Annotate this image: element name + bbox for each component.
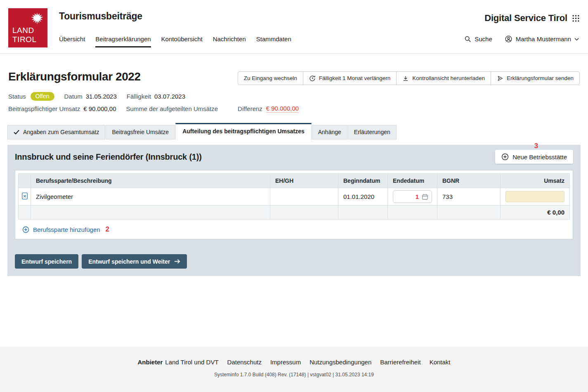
add-berufssparte-row: Berufssparte hinzufügen 2 <box>18 220 570 239</box>
check-icon <box>14 130 19 135</box>
footer-link-datenschutz[interactable]: Datenschutz <box>227 359 262 366</box>
col-actions <box>19 174 31 188</box>
tab-label: Aufteilung des beitragspflichtigen Umsat… <box>182 128 305 135</box>
logo-text: LAND TIROL <box>12 26 36 44</box>
switch-to-inbox-button[interactable]: Zu Eingang wechseln <box>238 71 303 85</box>
status-row: Status Offen Datum 31.05.2023 Fälligkeit… <box>0 85 588 101</box>
datum-label: Datum <box>64 93 83 100</box>
brand-title: Digital Service Tirol <box>484 13 567 24</box>
cell-eh-gh <box>270 188 338 205</box>
main-content: Erklärungsformular 2022 Zu Eingang wechs… <box>0 54 588 347</box>
sum-umsatz: € 0,00 <box>501 205 570 220</box>
add-berufssparte-link[interactable]: Berufssparte hinzufügen <box>33 226 100 233</box>
cell-beginndatum: 01.01.2020 <box>338 188 388 205</box>
page-footer: Anbieter Land Tirol und DVT Datenschutz … <box>0 347 588 392</box>
status-label: Status <box>8 93 26 100</box>
tab-label: Anhänge <box>318 129 341 135</box>
col-bgnr: BGNR <box>437 174 501 188</box>
save-draft-button[interactable]: Entwurf speichern <box>15 254 78 269</box>
panel-actions: Entwurf speichern Entwurf speichern und … <box>15 254 573 269</box>
cell-endedatum: 1 <box>388 188 437 205</box>
umsatz-value: € 90.000,00 <box>83 105 116 112</box>
anbieter-label: Anbieter <box>137 359 163 366</box>
system-info: Systeminfo 1.7.0 Build (408) Rev. (17148… <box>0 372 588 378</box>
anbieter-value: Land Tirol und DVT <box>165 359 218 366</box>
search-button[interactable]: Suche <box>464 35 492 43</box>
anbieter-info: Anbieter Land Tirol und DVT <box>137 359 218 366</box>
footer-link-impressum[interactable]: Impressum <box>270 359 301 366</box>
new-betriebsstaette-button[interactable]: Neue Betriebsstätte <box>495 150 573 164</box>
main-nav: Übersicht Beitragserklärungen Kontoübers… <box>59 35 291 47</box>
datum-value: 31.05.2023 <box>86 93 117 100</box>
download-control-view-button[interactable]: Kontrollansicht herunterladen <box>396 71 491 85</box>
tab-label: Angaben zum Gesamtumsatz <box>23 129 99 135</box>
footer-link-kontakt[interactable]: Kontakt <box>430 359 451 366</box>
tirol-eagle-icon <box>30 12 44 26</box>
col-umsatz: Umsatz <box>501 174 570 188</box>
differenz-label: Differenz <box>238 105 262 112</box>
endedatum-input[interactable]: 1 <box>393 190 432 203</box>
calendar-icon[interactable] <box>422 194 428 200</box>
annotation-2: 2 <box>106 225 109 234</box>
annotation-1: 1 <box>416 193 419 200</box>
tab-erlaeuterungen[interactable]: Erläuterungen <box>348 125 397 139</box>
differenz-value: € 90.000,00 <box>266 105 299 113</box>
tab-angaben-zum-gesamtumsatz[interactable]: Angaben zum Gesamtumsatz <box>7 125 105 139</box>
nav-kontouebersicht[interactable]: Kontoübersicht <box>161 35 203 47</box>
cell-umsatz <box>501 188 570 205</box>
form-action-group: Zu Eingang wechseln Fälligkeit 1 Monat v… <box>238 71 580 85</box>
sum-row: € 0,00 <box>19 205 570 220</box>
betriebsstaette-panel: Innsbruck und seine Feriendörfer (Innsbr… <box>7 145 581 276</box>
footer-link-nutzungsbedingungen[interactable]: Nutzungsbedingungen <box>309 359 371 366</box>
tab-aufteilung-umsatz[interactable]: Aufteilung des beitragspflichtigen Umsat… <box>175 123 312 140</box>
tab-label: Erläuterungen <box>354 129 390 135</box>
tab-anhaenge[interactable]: Anhänge <box>312 125 347 139</box>
nav-beitragserklaerungen[interactable]: Beitragserklärungen <box>95 35 151 47</box>
user-menu[interactable]: Martha Mustermann <box>505 35 579 43</box>
search-label: Suche <box>475 35 492 43</box>
extend-due-date-button[interactable]: Fälligkeit 1 Monat verlängern <box>303 71 397 85</box>
land-tirol-logo[interactable]: LAND TIROL <box>8 8 47 47</box>
footer-link-barrierefreiheit[interactable]: Barrierefreiheit <box>380 359 420 366</box>
umsatz-row: Beitragspflichtiger Umsatz € 90.000,00 S… <box>0 101 588 113</box>
app-title: Tourismusbeiträge <box>59 11 142 22</box>
col-endedatum: Endedatum <box>388 174 437 188</box>
nav-uebersicht[interactable]: Übersicht <box>59 35 85 47</box>
tab-bar: Angaben zum Gesamtumsatz Beitragsfreie U… <box>7 123 581 139</box>
berufssparten-table: Berufssparte/Beschreibung EH/GH Beginnda… <box>18 173 570 220</box>
col-eh-gh: EH/GH <box>270 174 338 188</box>
send-icon <box>497 75 503 82</box>
cell-berufssparte: Zivilgeometer <box>31 188 270 205</box>
faelligkeit-value: 03.07.2023 <box>154 93 185 100</box>
delete-row-icon[interactable] <box>21 192 28 200</box>
chevron-down-icon <box>574 38 579 41</box>
umsatz-label: Beitragspflichtiger Umsatz <box>8 105 80 112</box>
cell-bgnr: 733 <box>437 188 501 205</box>
plus-circle-icon <box>22 226 29 233</box>
umsatz-input[interactable] <box>505 191 564 202</box>
user-icon <box>505 35 512 43</box>
nav-nachrichten[interactable]: Nachrichten <box>213 35 246 47</box>
page-title: Erklärungsformular 2022 <box>8 70 141 83</box>
annotation-3: 3 <box>534 142 538 150</box>
send-form-button[interactable]: Erklärungsformular senden <box>491 71 580 85</box>
panel-title: Innsbruck und seine Feriendörfer (Innsbr… <box>15 152 202 162</box>
app-grid-icon[interactable] <box>572 14 580 22</box>
save-draft-next-button[interactable]: Entwurf speichern und Weiter <box>82 254 187 269</box>
col-berufssparte: Berufssparte/Beschreibung <box>31 174 270 188</box>
status-badge: Offen <box>31 92 54 101</box>
search-icon <box>464 35 471 43</box>
faelligkeit-label: Fälligkeit <box>127 93 151 100</box>
user-name: Martha Mustermann <box>516 35 571 43</box>
plus-circle-icon <box>501 153 509 161</box>
table-header-row: Berufssparte/Beschreibung EH/GH Beginnda… <box>19 174 570 188</box>
nav-stammdaten[interactable]: Stammdaten <box>256 35 291 47</box>
brand-row: Digital Service Tirol <box>484 13 580 24</box>
berufssparten-card: Berufssparte/Beschreibung EH/GH Beginnda… <box>15 170 573 239</box>
col-beginndatum: Beginndatum <box>338 174 388 188</box>
clock-extend-icon <box>309 75 316 82</box>
arrow-right-icon <box>174 259 180 264</box>
download-icon <box>402 75 409 82</box>
summe-label: Summe der aufgeteilten Umsätze <box>126 105 218 112</box>
tab-beitragsfreie-umsaetze[interactable]: Beitragsfreie Umsätze <box>106 125 175 139</box>
